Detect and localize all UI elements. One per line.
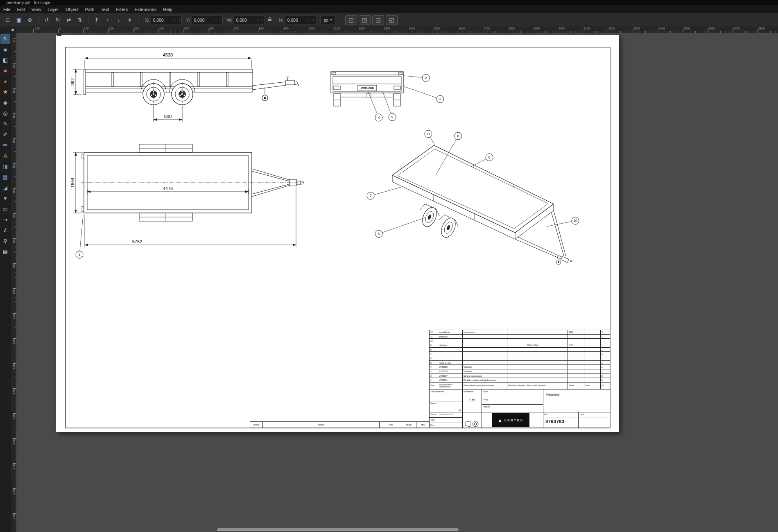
tool-rectangle[interactable]: ■ bbox=[0, 66, 10, 76]
tool-mesh[interactable]: ▦ bbox=[0, 172, 10, 182]
raise-button[interactable]: ↑ bbox=[102, 15, 113, 25]
move-transforms-button[interactable]: ◰ bbox=[345, 15, 357, 25]
parts-cell: 2 bbox=[600, 378, 611, 382]
menu-view[interactable]: View bbox=[28, 7, 45, 12]
x-spin-plus[interactable]: + bbox=[177, 18, 181, 22]
tool-spiral[interactable]: ◎ bbox=[0, 108, 10, 118]
ruler-tick bbox=[333, 29, 333, 33]
transform-toggle-group: ◰◳◲◱ bbox=[345, 15, 398, 25]
tool-star[interactable]: ★ bbox=[0, 87, 10, 97]
rotate-cw-button[interactable]: ↻ bbox=[52, 15, 63, 25]
w-spin-plus[interactable]: + bbox=[260, 18, 265, 22]
ruler-vertical[interactable]: 0100200300400500600700800900100011001200… bbox=[11, 33, 16, 532]
tool-shape-builder[interactable]: ◧ bbox=[0, 55, 10, 65]
menu-layer[interactable]: Layer bbox=[44, 7, 62, 12]
parts-cell: 7 bbox=[430, 352, 438, 356]
ruler-corner[interactable] bbox=[0, 27, 16, 33]
menu-help[interactable]: Help bbox=[160, 7, 176, 12]
tool-node-editor[interactable]: ◈ bbox=[0, 44, 10, 54]
rear-plate-label: VXP-000 bbox=[361, 86, 374, 90]
tool-measure[interactable]: ∠ bbox=[0, 225, 10, 235]
ent-label: Ent. bbox=[544, 413, 548, 416]
mittakaava-value: 1:25 bbox=[463, 398, 482, 402]
parts-cell: 8 bbox=[430, 348, 438, 352]
parts-header-cell: Osan tai kokoonpanoryhmän kuvaus bbox=[462, 383, 507, 389]
pages-icon: ▤ bbox=[3, 249, 8, 254]
y-spin-minus[interactable]: − bbox=[213, 18, 218, 22]
select-all-layers-button[interactable]: ▣ bbox=[14, 15, 24, 25]
canvas[interactable]: 1 bbox=[16, 33, 778, 532]
menu-file[interactable]: File bbox=[0, 7, 14, 12]
tool-ellipse[interactable]: ● bbox=[0, 76, 10, 86]
x-spin-minus[interactable]: − bbox=[172, 18, 177, 22]
raise-to-top-button[interactable]: ↟ bbox=[91, 15, 102, 25]
w-spin-minus[interactable]: − bbox=[256, 18, 260, 22]
tool-connector[interactable]: ⊸ bbox=[0, 215, 10, 225]
tool-pencil[interactable]: ✎ bbox=[0, 119, 10, 129]
tool-box-3d[interactable]: ◆ bbox=[0, 97, 10, 108]
tool-pages[interactable]: ▤ bbox=[0, 247, 10, 257]
toolbox: ↖◈◧■●★◆◎✎✐✑A◨▦◢▼▭⊸∠⚲▤ bbox=[0, 33, 11, 532]
flip-horizontal-button[interactable]: ⇄ bbox=[63, 15, 74, 25]
parts-row: 4VXT3058Takavalo1 bbox=[430, 365, 610, 369]
y-input[interactable] bbox=[192, 18, 213, 23]
parts-cell: 1 bbox=[600, 343, 611, 347]
revision-cell: Muutos bbox=[262, 422, 379, 428]
deselect-button[interactable]: ⊘ bbox=[25, 15, 35, 25]
menu-object[interactable]: Object bbox=[62, 7, 82, 12]
w-label: W: bbox=[227, 18, 232, 23]
parts-cell: 1 bbox=[600, 361, 611, 365]
ruler-tick-label: 800 bbox=[12, 236, 15, 246]
y-spin-plus[interactable]: + bbox=[218, 18, 222, 22]
h-input[interactable] bbox=[285, 18, 306, 23]
ruler-horizontal[interactable]: -100010020030040050060070080090010001100… bbox=[16, 27, 778, 33]
svg-text:2: 2 bbox=[425, 76, 427, 80]
menu-edit[interactable]: Edit bbox=[14, 7, 28, 12]
lock-ratio-button[interactable] bbox=[266, 16, 274, 25]
unit-dropdown[interactable]: px ▾ bbox=[320, 16, 335, 24]
tool-selector[interactable]: ↖ bbox=[0, 34, 10, 44]
ruler-tick-label: 1300 bbox=[12, 361, 15, 371]
flip-vertical-button[interactable]: ⇅ bbox=[75, 15, 85, 25]
rotate-ccw-button[interactable]: ↺ bbox=[41, 15, 52, 25]
tool-zoom[interactable]: ⚲ bbox=[0, 236, 10, 246]
drawing-number: 3763763 bbox=[545, 419, 564, 424]
document-page[interactable]: 4530 800 362 1664 4476 5752 VXP-000 1234… bbox=[56, 35, 619, 432]
uusi-label: Uusi bbox=[580, 413, 584, 416]
parts-cell bbox=[600, 339, 611, 343]
pattern-transforms-button[interactable]: ◱ bbox=[386, 15, 398, 25]
h-spin-plus[interactable]: + bbox=[311, 18, 316, 22]
w-input[interactable] bbox=[234, 18, 255, 23]
select-all-button[interactable]: □ bbox=[2, 15, 13, 25]
tool-bezier-pen[interactable]: ✐ bbox=[0, 129, 10, 140]
suunn-label: Suunn bbox=[430, 413, 436, 416]
menu-text[interactable]: Text bbox=[97, 7, 112, 12]
tool-dropper[interactable]: ◢ bbox=[0, 183, 10, 193]
x-input[interactable] bbox=[151, 18, 172, 23]
ruler-tick bbox=[183, 29, 183, 33]
menu-path[interactable]: Path bbox=[82, 7, 98, 12]
title-block: 12suorakulmiosuorakulmio2210211perälauta… bbox=[429, 330, 610, 428]
page-number-tab[interactable]: 1 bbox=[57, 33, 61, 36]
tool-text[interactable]: A bbox=[0, 151, 10, 161]
lower-button[interactable]: ↓ bbox=[113, 15, 124, 25]
horizontal-scrollbar[interactable] bbox=[217, 528, 459, 531]
rotate-transforms-button[interactable]: ◲ bbox=[372, 15, 384, 25]
h-spin-minus[interactable]: − bbox=[307, 18, 311, 22]
lower-to-bottom-button[interactable]: ↡ bbox=[124, 15, 135, 25]
menu-filters[interactable]: Filters bbox=[113, 7, 131, 12]
tool-eraser[interactable]: ▭ bbox=[0, 204, 10, 214]
ruler-tick bbox=[258, 29, 258, 33]
scale-transforms-button[interactable]: ◳ bbox=[359, 15, 371, 25]
ruler-tick-label: 2100 bbox=[584, 27, 590, 30]
window-titlebar[interactable]: peräkärry.pdf - Inkscape bbox=[0, 0, 778, 5]
parts-cell bbox=[507, 374, 526, 378]
tool-calligraphy[interactable]: ✑ bbox=[0, 140, 10, 150]
parts-cell bbox=[584, 352, 600, 356]
menu-extensions[interactable]: Extensions bbox=[131, 7, 160, 12]
tool-gradient[interactable]: ◨ bbox=[0, 161, 10, 172]
dim-bed-length: 4476 bbox=[163, 186, 173, 191]
parts-cell bbox=[507, 343, 526, 347]
tool-paint-bucket[interactable]: ▼ bbox=[0, 193, 10, 204]
ruler-tick-label: 300 bbox=[12, 111, 15, 121]
